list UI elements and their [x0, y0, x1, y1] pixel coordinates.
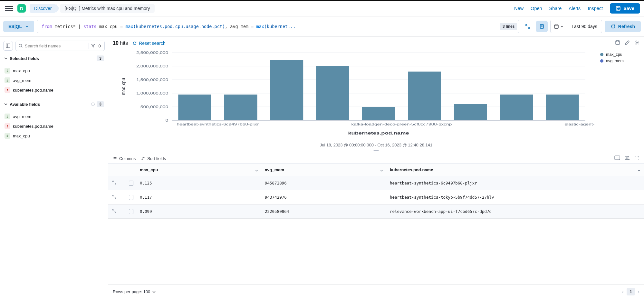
field-name-label: avg_mem — [13, 114, 31, 119]
search-icon — [18, 44, 23, 48]
cell-maxcpu: 0.117 — [137, 195, 262, 200]
svg-point-4 — [19, 44, 22, 47]
chevron-down-icon[interactable]: ⌄ — [380, 167, 383, 172]
alerts-link[interactable]: Alerts — [569, 6, 581, 11]
svg-text:max_cpu: max_cpu — [120, 78, 126, 95]
column-header-avgmem[interactable]: avg_mem⌄ — [262, 167, 387, 172]
row-checkbox[interactable] — [129, 209, 133, 214]
results-table: max_cpu⌄ avg_mem⌄ kubernetes.pod.name⌄ 0… — [108, 164, 644, 284]
menu-icon[interactable] — [5, 5, 13, 12]
resize-handle[interactable]: ══ — [108, 149, 644, 153]
breadcrumb: Discover [ES|QL] Metrics with max cpu an… — [30, 4, 155, 13]
table-row: 0.0992220580864relevance-workbench-app-u… — [108, 204, 644, 219]
selected-fields-header[interactable]: Selected fields 3 — [3, 54, 105, 63]
number-type-icon: # — [5, 77, 10, 83]
chevron-down-icon[interactable]: ⌄ — [255, 167, 258, 172]
legend-label-maxcpu: max_cpu — [606, 52, 622, 57]
docs-button[interactable] — [536, 21, 548, 32]
available-fields-header[interactable]: Available fields ⓘ 3 — [3, 100, 105, 108]
svg-text:500,000,000: 500,000,000 — [140, 105, 168, 109]
chevron-down-icon — [4, 56, 8, 60]
svg-text:2,500,000,000: 2,500,000,000 — [136, 51, 168, 55]
svg-rect-24 — [362, 107, 395, 120]
save-icon — [616, 6, 621, 11]
expand-row-icon[interactable] — [112, 194, 117, 200]
language-label: ES|QL — [8, 24, 22, 29]
field-item[interactable]: #avg_mem — [3, 112, 105, 121]
bar-chart: 0500,000,0001,000,000,0001,500,000,0002,… — [113, 49, 594, 140]
fullscreen-icon[interactable] — [634, 155, 639, 162]
keyboard-icon[interactable] — [614, 155, 620, 162]
field-name-label: kubernetes.pod.name — [13, 88, 53, 93]
svg-rect-27 — [500, 95, 533, 120]
row-checkbox[interactable] — [129, 181, 133, 186]
refresh-button[interactable]: Refresh — [605, 21, 641, 32]
svg-rect-20 — [178, 95, 211, 120]
date-range-label: Last 90 days — [567, 24, 601, 29]
field-item[interactable]: tkubernetes.pod.name — [3, 85, 105, 95]
chevron-down-icon — [25, 25, 29, 28]
rows-per-page[interactable]: Rows per page: 100 — [113, 289, 156, 294]
field-item[interactable]: #avg_mem — [3, 75, 105, 85]
reset-search[interactable]: Reset search — [132, 41, 165, 46]
field-item[interactable]: #max_cpu — [3, 66, 105, 75]
columns-button[interactable]: Columns — [113, 156, 136, 161]
prev-page[interactable]: ‹ — [622, 289, 623, 294]
field-search-input[interactable] — [25, 44, 87, 48]
inspect-link[interactable]: Inspect — [588, 6, 603, 11]
settings-icon[interactable] — [634, 40, 639, 46]
svg-point-35 — [628, 156, 629, 157]
current-page[interactable]: 1 — [627, 288, 635, 295]
help-icon[interactable]: ⓘ — [91, 102, 95, 107]
open-link[interactable]: Open — [531, 6, 542, 11]
expand-row-icon[interactable] — [112, 209, 117, 214]
new-link[interactable]: New — [514, 6, 524, 11]
breadcrumb-title: [ES|QL] Metrics with max cpu and memory — [60, 4, 154, 13]
row-checkbox[interactable] — [129, 195, 133, 200]
rows-per-page-label: Rows per page: 100 — [113, 289, 150, 294]
chevron-down-icon — [4, 102, 8, 106]
chevron-down-icon[interactable]: ⌄ — [637, 167, 641, 172]
language-selector[interactable]: ES|QL — [3, 21, 34, 32]
expand-query-button[interactable] — [522, 21, 533, 32]
text-type-icon: t — [5, 123, 10, 129]
column-header-podname[interactable]: kubernetes.pod.name⌄ — [387, 167, 644, 172]
chart-legend: max_cpu avg_mem — [594, 49, 639, 141]
table-row: 0.117943742976heartbeat-synthetics-tokyo… — [108, 190, 644, 204]
svg-text:1,500,000,000: 1,500,000,000 — [136, 78, 168, 82]
filter-count: 0 — [97, 44, 102, 48]
cell-podname: relevance-workbench-app-ui-f7cbd657c-dpd… — [387, 209, 644, 214]
available-fields-count: 3 — [97, 101, 104, 107]
edit-chart-icon[interactable] — [625, 40, 630, 46]
svg-text:1,000,000,000: 1,000,000,000 — [136, 91, 168, 95]
field-name-label: kubernetes.pod.name — [13, 124, 53, 129]
query-text: from metrics* | stats max_cpu = max(kube… — [42, 24, 500, 29]
date-picker[interactable]: Last 90 days — [550, 20, 602, 33]
query-input[interactable]: from metrics* | stats max_cpu = max(kube… — [37, 20, 519, 33]
filter-icon[interactable] — [91, 43, 95, 49]
share-link[interactable]: Share — [549, 6, 562, 11]
hit-count: 10 hits — [113, 40, 128, 46]
field-item[interactable]: #max_cpu — [3, 131, 105, 141]
field-item[interactable]: tkubernetes.pod.name — [3, 121, 105, 131]
display-options-icon[interactable] — [625, 155, 630, 162]
breadcrumb-discover[interactable]: Discover — [30, 4, 56, 13]
column-header-maxcpu[interactable]: max_cpu⌄ — [137, 167, 262, 172]
sort-fields-button[interactable]: Sort fields — [141, 156, 166, 161]
save-chart-icon[interactable] — [615, 40, 620, 46]
next-page[interactable]: › — [638, 289, 639, 294]
sidebar-toggle[interactable] — [3, 41, 13, 51]
field-name-label: max_cpu — [13, 134, 30, 138]
legend-dot-avgmem — [600, 59, 603, 63]
expand-row-icon[interactable] — [112, 180, 117, 186]
legend-dot-maxcpu — [600, 53, 603, 56]
legend-label-avgmem: avg_mem — [606, 59, 624, 63]
svg-rect-3 — [6, 44, 10, 48]
save-button[interactable]: Save — [610, 3, 640, 14]
field-search[interactable]: 0 — [15, 41, 105, 51]
svg-point-37 — [629, 159, 630, 160]
app-badge[interactable]: D — [17, 4, 26, 13]
calendar-icon[interactable] — [551, 20, 567, 33]
number-type-icon: # — [5, 133, 10, 139]
cell-avgmem: 943742976 — [262, 195, 387, 200]
